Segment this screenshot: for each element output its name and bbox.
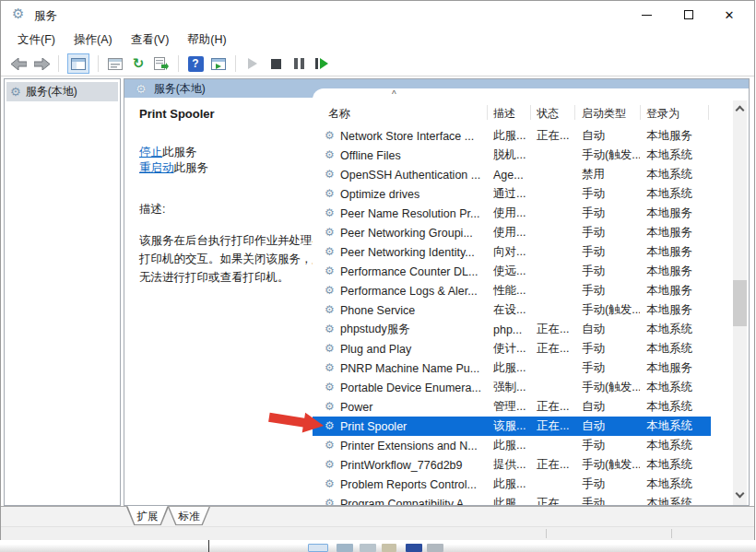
title-bar: ⚙ 服务 ✕ xyxy=(1,1,754,29)
pause-service-icon[interactable] xyxy=(290,55,307,72)
console-tree-pane: ⚙ 服务(本地) xyxy=(4,78,121,506)
table-row[interactable]: ⚙Portable Device Enumera... 强制... 手动(触发.… xyxy=(313,378,711,397)
cell-startup-type: 手动 xyxy=(574,264,640,279)
service-name: Program Compatibility A... xyxy=(340,498,474,506)
table-row[interactable]: ⚙Performance Logs & Aler... 性能... 手动 本地服… xyxy=(313,281,711,300)
cell-logon-as: 本地服务 xyxy=(640,283,711,299)
cell-name: ⚙Network Store Interface ... xyxy=(313,130,487,143)
scroll-up-icon[interactable] xyxy=(736,106,745,115)
column-header-startup[interactable]: 启动类型 xyxy=(574,106,640,122)
table-row[interactable]: ⚙OpenSSH Authentication ... Age... 禁用 本地… xyxy=(313,165,711,184)
cell-name: ⚙PrintWorkflow_776d2b9 xyxy=(313,459,487,472)
status-bar-divider xyxy=(546,529,547,538)
restart-service-link[interactable]: 重启动 xyxy=(139,161,174,174)
service-gear-icon: ⚙ xyxy=(325,207,335,220)
cell-description: 此服... xyxy=(487,128,530,144)
column-header-status[interactable]: 状态 xyxy=(530,106,574,122)
cell-description: 向对... xyxy=(487,244,530,260)
service-gear-icon: ⚙ xyxy=(325,382,335,394)
service-name: Problem Reports Control... xyxy=(340,478,477,491)
scroll-down-icon[interactable] xyxy=(736,489,745,499)
start-service-icon[interactable] xyxy=(244,55,261,72)
forward-icon[interactable] xyxy=(33,55,50,72)
extended-view-panel: Print Spooler 停止此服务 重启动此服务 描述: 该服务在后台执行打… xyxy=(139,107,314,287)
tree-item-services-local[interactable]: ⚙ 服务(本地) xyxy=(6,82,118,101)
table-row[interactable]: ⚙Phone Service 在设... 手动(触发... 本地服务 xyxy=(313,300,711,320)
service-gear-icon: ⚙ xyxy=(325,323,335,335)
tab-extended[interactable]: 扩展 xyxy=(126,507,169,525)
cell-description: 使计... xyxy=(487,341,530,357)
cell-description: php... xyxy=(487,323,530,336)
cell-description: 此服... xyxy=(487,360,530,376)
screen: ⚙ 服务 ✕ 文件(F) 操作(A) 查看(V) 帮助(H) xyxy=(0,0,756,552)
service-gear-icon: ⚙ xyxy=(325,149,335,162)
column-header-name[interactable]: 名称 xyxy=(313,106,487,122)
export-list-icon[interactable] xyxy=(153,55,170,72)
cell-logon-as: 本地系统 xyxy=(640,341,711,357)
service-name: phpstudy服务 xyxy=(340,323,410,335)
maximize-button[interactable] xyxy=(669,1,708,29)
menu-file[interactable]: 文件(F) xyxy=(8,29,65,52)
menu-view[interactable]: 查看(V) xyxy=(122,29,179,52)
table-row[interactable]: ⚙Program Compatibility A... 此服... 正在... … xyxy=(313,494,711,505)
cell-name: ⚙Optimize drives xyxy=(313,188,487,201)
table-row[interactable]: ⚙Performance Counter DL... 使远... 手动 本地服务 xyxy=(313,262,711,281)
cell-logon-as: 本地系统 xyxy=(640,167,711,182)
cell-startup-type: 手动 xyxy=(574,341,640,357)
toolbar-separator xyxy=(98,55,99,72)
service-name: Print Spooler xyxy=(340,420,407,433)
service-gear-icon: ⚙ xyxy=(325,304,335,317)
cell-startup-type: 手动 xyxy=(574,496,640,505)
cell-logon-as: 本地服务 xyxy=(640,206,711,221)
cell-name: ⚙Problem Reports Control... xyxy=(313,478,487,491)
cell-name: ⚙Performance Logs & Aler... xyxy=(313,285,487,298)
table-row[interactable]: ⚙Print Spooler 该服... 正在... 自动 本地系统 xyxy=(313,417,711,436)
tab-standard[interactable]: 标准 xyxy=(168,507,210,525)
column-divider xyxy=(640,105,641,120)
cell-logon-as: 本地系统 xyxy=(640,186,711,202)
cell-description: 使用... xyxy=(487,225,530,241)
table-row[interactable]: ⚙Optimize drives 通过... 手动 本地系统 xyxy=(313,184,711,204)
table-row[interactable]: ⚙Problem Reports Control... 此服... 手动 本地系… xyxy=(313,475,711,494)
table-row[interactable]: ⚙phpstudy服务 php... 正在... 自动 本地系统 xyxy=(313,320,711,339)
cell-description: 使远... xyxy=(487,264,530,279)
show-action-pane-icon[interactable] xyxy=(210,55,227,72)
table-row[interactable]: ⚙PNRP Machine Name Pu... 此服... 手动 本地服务 xyxy=(313,358,711,378)
description-label: 描述: xyxy=(139,202,314,217)
table-row[interactable]: ⚙Plug and Play 使计... 正在... 手动 本地系统 xyxy=(313,339,711,358)
column-header-desc[interactable]: 描述 xyxy=(487,106,530,122)
tab-extended-label: 扩展 xyxy=(126,507,169,525)
table-row[interactable]: ⚙Peer Networking Identity... 向对... 手动 本地… xyxy=(313,242,711,262)
show-console-tree-icon[interactable] xyxy=(67,53,89,74)
table-row[interactable]: ⚙PrintWorkflow_776d2b9 提供... 正在... 手动(触发… xyxy=(313,455,711,475)
vertical-scrollbar[interactable] xyxy=(733,100,747,505)
restart-service-icon[interactable] xyxy=(313,55,330,72)
properties-icon[interactable] xyxy=(107,55,124,72)
table-row[interactable]: ⚙Power 管理... 正在... 自动 本地系统 xyxy=(313,397,711,417)
cell-name: ⚙Power xyxy=(313,401,487,414)
help-icon[interactable]: ? xyxy=(187,55,204,72)
table-row[interactable]: ⚙Peer Name Resolution Pr... 使用... 手动 本地服… xyxy=(313,204,711,223)
cell-name: ⚙PNRP Machine Name Pu... xyxy=(313,362,487,375)
refresh-icon[interactable]: ↻ xyxy=(130,55,147,72)
minimize-icon xyxy=(642,15,652,16)
stop-service-icon[interactable] xyxy=(267,55,284,72)
close-button[interactable]: ✕ xyxy=(710,1,749,29)
table-row[interactable]: ⚙Peer Networking Groupi... 使用... 手动 本地服务 xyxy=(313,223,711,242)
menu-action[interactable]: 操作(A) xyxy=(65,29,122,52)
cell-startup-type: 手动 xyxy=(574,244,640,260)
cell-name: ⚙Program Compatibility A... xyxy=(313,498,487,506)
cell-description: 性能... xyxy=(487,283,530,299)
table-row[interactable]: ⚙Printer Extensions and N... 此服... 手动 本地… xyxy=(313,436,711,455)
cell-description: 该服... xyxy=(487,418,530,434)
table-row[interactable]: ⚙Offline Files 脱机... 手动(触发... 本地系统 xyxy=(313,146,711,165)
minimize-button[interactable] xyxy=(627,1,666,29)
column-divider xyxy=(708,105,709,120)
stop-service-link[interactable]: 停止 xyxy=(139,146,162,159)
menu-help[interactable]: 帮助(H) xyxy=(178,29,235,52)
column-header-logon[interactable]: 登录为 xyxy=(640,106,715,122)
scrollbar-thumb[interactable] xyxy=(733,280,747,326)
table-row[interactable]: ⚙Network Store Interface ... 此服... 正在...… xyxy=(313,126,711,146)
service-name: PrintWorkflow_776d2b9 xyxy=(340,459,462,472)
back-icon[interactable] xyxy=(10,55,27,72)
